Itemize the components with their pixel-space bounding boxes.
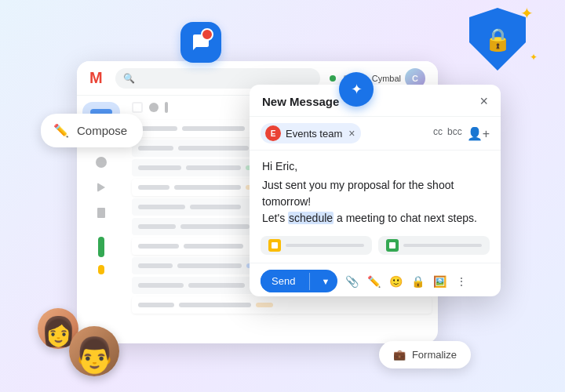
- recipient-avatar: E: [265, 125, 281, 141]
- account-name: Cymbal: [372, 74, 401, 83]
- send-button-group[interactable]: Send ▼: [261, 270, 337, 292]
- attachment-row: [250, 236, 501, 263]
- formalize-label: Formalize: [412, 349, 457, 361]
- attachment-bar-2: [403, 244, 482, 247]
- subject-line: [179, 303, 251, 307]
- sidebar-item-sent[interactable]: [82, 177, 120, 198]
- compose-label: Compose: [77, 124, 127, 137]
- chat-icon: [191, 33, 210, 52]
- label-line: [256, 303, 273, 307]
- compose-body[interactable]: Hi Eric, Just sent you my proposal for t…: [250, 151, 501, 236]
- label-orange: [98, 265, 104, 274]
- subject-line: [177, 263, 242, 268]
- refresh-icon[interactable]: [149, 103, 159, 112]
- person2-face: 👨: [73, 338, 116, 372]
- emoji-button[interactable]: 🙂: [388, 274, 403, 289]
- attachment-icon-yellow: [268, 239, 281, 252]
- sender-line: [138, 224, 176, 229]
- attachment-bar-1: [286, 244, 364, 247]
- subject-line: [174, 185, 241, 190]
- compose-text-line2: Let's schedule a meeting to chat next st…: [262, 210, 488, 227]
- sender-line: [138, 303, 174, 307]
- sparkle-small-icon: ✦: [530, 52, 538, 63]
- subject-line: [180, 224, 250, 229]
- clock-icon: [96, 157, 107, 168]
- body-text-1: Just sent you my proposal for the shoot …: [262, 179, 454, 208]
- attachment-button[interactable]: 📎: [344, 274, 359, 289]
- sender-line: [138, 263, 173, 268]
- security-shield: ✦ 🔒 ✦: [469, 8, 526, 71]
- subject-line: [188, 283, 245, 288]
- formalize-icon: 💼: [393, 349, 406, 361]
- attachment-chip-2[interactable]: [378, 236, 490, 255]
- sidebar-item-drafts[interactable]: [82, 202, 120, 223]
- send-divider: [309, 273, 310, 290]
- svg-rect-1: [389, 242, 396, 249]
- image-button[interactable]: 🖼️: [432, 274, 447, 289]
- remove-recipient-button[interactable]: ×: [348, 127, 355, 140]
- search-icon: 🔍: [123, 73, 135, 84]
- recipient-name: Events team: [286, 128, 342, 140]
- highlighted-word: schedule: [288, 212, 334, 224]
- compose-header: New Message ×: [250, 85, 501, 117]
- sidebar-item-snoozed[interactable]: [82, 152, 120, 172]
- attachment-icon-green: [386, 239, 399, 252]
- ai-sparkle: ✦: [351, 81, 363, 98]
- subject-line: [190, 205, 241, 209]
- chat-bubble-icon: [180, 22, 221, 63]
- cc-button[interactable]: cc: [433, 126, 443, 141]
- select-all-icon[interactable]: [132, 102, 143, 113]
- compose-button[interactable]: ✏️ Compose: [41, 114, 143, 147]
- send-button[interactable]: Send: [261, 270, 306, 292]
- more-button[interactable]: ⋮: [454, 274, 469, 289]
- more-options-icon[interactable]: [165, 102, 168, 113]
- sender-line: [138, 126, 177, 131]
- sender-line: [138, 205, 185, 209]
- close-button[interactable]: ×: [479, 94, 488, 108]
- label-green: [98, 237, 104, 257]
- compose-footer: Send ▼ 📎 ✏️ 🙂 🔒 🖼️ ⋮: [250, 263, 501, 299]
- attachment-chip-1[interactable]: [261, 236, 372, 255]
- compose-modal: New Message × E Events team × cc bcc 👤+ …: [250, 85, 501, 296]
- to-field-row: E Events team × cc bcc 👤+: [250, 117, 501, 151]
- compose-text-line1: Just sent you my proposal for the shoot …: [262, 177, 488, 210]
- avatar-person-2: 👨: [69, 326, 119, 376]
- send-options-button[interactable]: ▼: [313, 271, 337, 292]
- table-row[interactable]: [132, 296, 432, 314]
- shield-icon: 🔒: [469, 8, 526, 71]
- subject-line: [186, 165, 241, 170]
- bcc-button[interactable]: bcc: [447, 126, 462, 141]
- sent-icon: [97, 183, 105, 192]
- cc-bcc-buttons: cc bcc 👤+: [433, 126, 490, 141]
- subject-line: [184, 244, 243, 249]
- recipient-chip[interactable]: E Events team ×: [261, 123, 361, 143]
- sender-line: [138, 146, 173, 151]
- svg-rect-0: [272, 242, 278, 249]
- subject-line: [182, 126, 245, 131]
- ai-assistant-icon[interactable]: ✦: [339, 72, 374, 107]
- pencil-icon: ✏️: [53, 123, 69, 138]
- sender-line: [138, 244, 179, 249]
- add-contact-icon[interactable]: 👤+: [467, 126, 490, 141]
- compose-title: New Message: [262, 95, 339, 108]
- sender-line: [138, 185, 170, 190]
- subject-line: [178, 146, 249, 151]
- compose-greeting: Hi Eric,: [262, 160, 488, 172]
- lock-icon[interactable]: 🔒: [410, 274, 425, 289]
- status-dot: [330, 75, 336, 82]
- formatting-button[interactable]: ✏️: [366, 274, 381, 289]
- sender-line: [138, 165, 181, 170]
- draft-icon: [97, 208, 105, 218]
- gmail-logo: M: [89, 69, 103, 87]
- sender-line: [138, 283, 184, 288]
- formalize-button[interactable]: 💼 Formalize: [379, 341, 471, 368]
